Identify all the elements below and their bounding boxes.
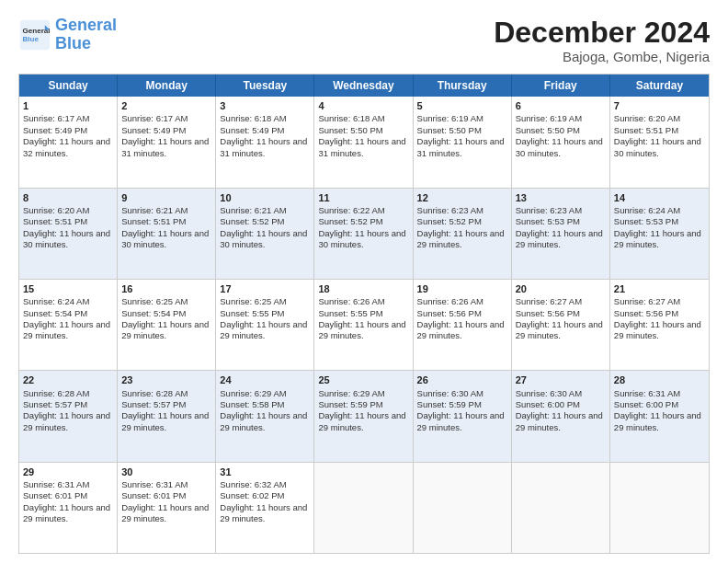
day-number: 26 [417,373,507,386]
header-saturday: Saturday [610,75,709,97]
table-row: 12Sunrise: 6:23 AM Sunset: 5:52 PM Dayli… [414,189,512,279]
page: General Blue General Blue December 2024 … [0,0,728,563]
calendar-row-2: 8Sunrise: 6:20 AM Sunset: 5:51 PM Daylig… [19,188,709,279]
day-number: 15 [23,282,113,295]
calendar-row-4: 22Sunrise: 6:28 AM Sunset: 5:57 PM Dayli… [19,370,709,461]
day-number: 21 [614,282,705,295]
table-row: 1Sunrise: 6:17 AM Sunset: 5:49 PM Daylig… [19,97,118,187]
table-row [314,463,413,553]
table-row [610,463,709,553]
svg-text:Blue: Blue [23,35,40,43]
table-row: 4Sunrise: 6:18 AM Sunset: 5:50 PM Daylig… [314,97,413,187]
table-row: 5Sunrise: 6:19 AM Sunset: 5:50 PM Daylig… [414,97,512,187]
table-row: 17Sunrise: 6:25 AM Sunset: 5:55 PM Dayli… [216,280,314,370]
table-row: 14Sunrise: 6:24 AM Sunset: 5:53 PM Dayli… [610,189,709,279]
day-number: 3 [220,99,310,112]
table-row: 28Sunrise: 6:31 AM Sunset: 6:00 PM Dayli… [610,371,709,461]
calendar-body: 1Sunrise: 6:17 AM Sunset: 5:49 PM Daylig… [19,97,709,553]
table-row: 23Sunrise: 6:28 AM Sunset: 5:57 PM Dayli… [118,371,216,461]
table-row: 6Sunrise: 6:19 AM Sunset: 5:50 PM Daylig… [512,97,610,187]
table-row: 10Sunrise: 6:21 AM Sunset: 5:52 PM Dayli… [216,189,314,279]
day-number: 11 [318,191,408,204]
day-number: 4 [318,99,408,112]
calendar-row-3: 15Sunrise: 6:24 AM Sunset: 5:54 PM Dayli… [19,279,709,370]
logo-icon: General Blue [18,18,51,52]
day-number: 24 [220,373,310,386]
page-subtitle: Bajoga, Gombe, Nigeria [494,49,710,64]
header-sunday: Sunday [19,75,118,97]
logo-line2: Blue [55,34,91,52]
header: General Blue General Blue December 2024 … [18,17,710,64]
table-row: 2Sunrise: 6:17 AM Sunset: 5:49 PM Daylig… [118,97,216,187]
day-number: 5 [417,99,507,112]
table-row: 18Sunrise: 6:26 AM Sunset: 5:55 PM Dayli… [314,280,413,370]
day-number: 2 [121,99,211,112]
day-number: 10 [220,191,310,204]
table-row: 30Sunrise: 6:31 AM Sunset: 6:01 PM Dayli… [118,463,216,553]
day-number: 13 [516,191,606,204]
day-number: 30 [121,465,211,478]
table-row: 3Sunrise: 6:18 AM Sunset: 5:49 PM Daylig… [216,97,314,187]
table-row: 31Sunrise: 6:32 AM Sunset: 6:02 PM Dayli… [216,463,314,553]
day-number: 8 [23,191,113,204]
day-number: 14 [614,191,705,204]
day-number: 9 [121,191,211,204]
table-row: 16Sunrise: 6:25 AM Sunset: 5:54 PM Dayli… [118,280,216,370]
logo-text: General Blue [55,17,117,53]
table-row: 13Sunrise: 6:23 AM Sunset: 5:53 PM Dayli… [512,189,610,279]
table-row: 20Sunrise: 6:27 AM Sunset: 5:56 PM Dayli… [512,280,610,370]
table-row [512,463,610,553]
calendar: Sunday Monday Tuesday Wednesday Thursday… [18,74,710,554]
page-title: December 2024 [494,17,710,49]
calendar-header: Sunday Monday Tuesday Wednesday Thursday… [19,75,709,97]
day-number: 20 [516,282,606,295]
table-row: 25Sunrise: 6:29 AM Sunset: 5:59 PM Dayli… [314,371,413,461]
header-monday: Monday [118,75,216,97]
table-row: 21Sunrise: 6:27 AM Sunset: 5:56 PM Dayli… [610,280,709,370]
day-number: 12 [417,191,507,204]
day-number: 31 [220,465,310,478]
day-number: 29 [23,465,113,478]
day-number: 6 [516,99,606,112]
table-row [414,463,512,553]
day-number: 19 [417,282,507,295]
table-row: 15Sunrise: 6:24 AM Sunset: 5:54 PM Dayli… [19,280,118,370]
header-tuesday: Tuesday [216,75,314,97]
day-number: 23 [121,373,211,386]
logo-line1: General [55,16,117,34]
header-thursday: Thursday [414,75,512,97]
header-friday: Friday [512,75,610,97]
day-number: 18 [318,282,408,295]
table-row: 22Sunrise: 6:28 AM Sunset: 5:57 PM Dayli… [19,371,118,461]
day-number: 17 [220,282,310,295]
table-row: 8Sunrise: 6:20 AM Sunset: 5:51 PM Daylig… [19,189,118,279]
logo: General Blue General Blue [18,17,117,53]
table-row: 27Sunrise: 6:30 AM Sunset: 6:00 PM Dayli… [512,371,610,461]
header-wednesday: Wednesday [314,75,413,97]
table-row: 29Sunrise: 6:31 AM Sunset: 6:01 PM Dayli… [19,463,118,553]
day-number: 1 [23,99,113,112]
calendar-row-1: 1Sunrise: 6:17 AM Sunset: 5:49 PM Daylig… [19,97,709,187]
table-row: 19Sunrise: 6:26 AM Sunset: 5:56 PM Dayli… [414,280,512,370]
day-number: 25 [318,373,408,386]
day-number: 28 [614,373,705,386]
table-row: 7Sunrise: 6:20 AM Sunset: 5:51 PM Daylig… [610,97,709,187]
title-block: December 2024 Bajoga, Gombe, Nigeria [494,17,710,64]
day-number: 27 [516,373,606,386]
day-number: 16 [121,282,211,295]
day-number: 22 [23,373,113,386]
day-number: 7 [614,99,705,112]
calendar-row-5: 29Sunrise: 6:31 AM Sunset: 6:01 PM Dayli… [19,462,709,553]
table-row: 9Sunrise: 6:21 AM Sunset: 5:51 PM Daylig… [118,189,216,279]
table-row: 24Sunrise: 6:29 AM Sunset: 5:58 PM Dayli… [216,371,314,461]
table-row: 11Sunrise: 6:22 AM Sunset: 5:52 PM Dayli… [314,189,413,279]
table-row: 26Sunrise: 6:30 AM Sunset: 5:59 PM Dayli… [414,371,512,461]
